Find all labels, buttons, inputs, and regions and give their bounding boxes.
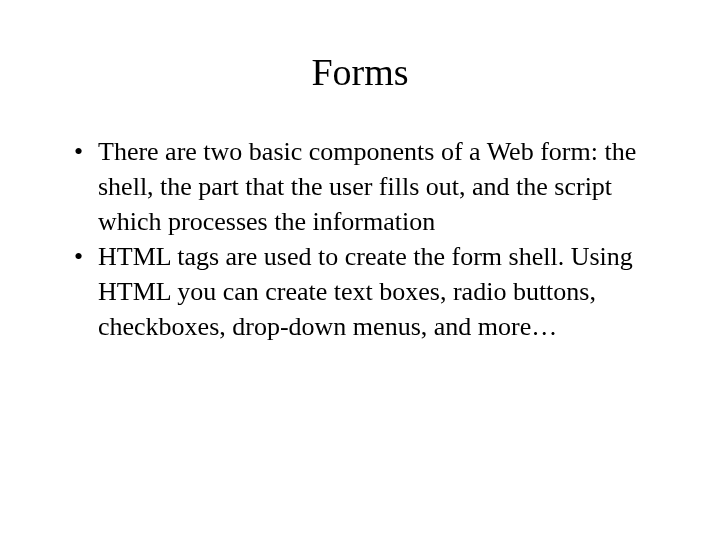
bullet-item: HTML tags are used to create the form sh… xyxy=(70,239,650,344)
slide-title: Forms xyxy=(60,50,660,94)
bullet-item: There are two basic components of a Web … xyxy=(70,134,650,239)
bullet-list: There are two basic components of a Web … xyxy=(70,134,650,345)
slide-body: There are two basic components of a Web … xyxy=(60,134,660,345)
